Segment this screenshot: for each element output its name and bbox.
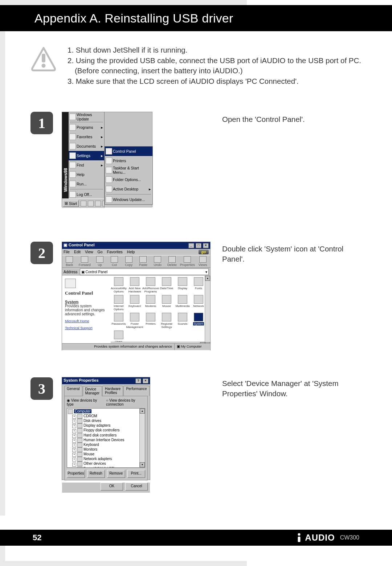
cp-icon-display[interactable]: Display (175, 277, 190, 293)
cp-icon-regional-settings[interactable]: Regional Settings (159, 313, 174, 329)
cp-icon-add-new-hardware[interactable]: Add New Hardware (127, 277, 142, 293)
expand-icon[interactable]: + (72, 463, 76, 467)
submenu-folder-options[interactable]: Folder Options... (105, 175, 152, 184)
menu-view[interactable]: View (85, 250, 93, 254)
scrollbar-vertical[interactable]: ▴ ▾ (139, 409, 145, 467)
tree-node[interactable]: +Monitors (68, 447, 144, 452)
print-button[interactable]: Print... (127, 470, 146, 478)
menu-favorites[interactable]: Favorites (107, 250, 123, 254)
scroll-up-icon[interactable]: ▴ (140, 409, 145, 414)
scroll-up-icon[interactable]: ▴ (205, 276, 210, 281)
radio-view-by-type[interactable]: ◉ View devices by type (67, 398, 98, 406)
tb-cut[interactable]: Cut (109, 256, 120, 267)
tb-copy[interactable]: Copy (123, 256, 134, 267)
tree-node[interactable]: +Floppy disk controllers (68, 428, 144, 433)
start-button[interactable]: ⊞ Start (63, 200, 79, 207)
menu-favorites[interactable]: Favorites▸ (69, 132, 105, 142)
tree-node[interactable]: +Network adapters (68, 457, 144, 462)
menu-documents[interactable]: Documents▸ (69, 142, 105, 151)
expand-icon[interactable]: + (72, 443, 76, 447)
maximize-button[interactable]: □ (196, 243, 201, 248)
tree-node[interactable]: +Disk drives (68, 419, 144, 423)
menu-find[interactable]: Find▸ (69, 160, 105, 170)
menu-go[interactable]: Go (98, 250, 103, 254)
help-button[interactable]: ? (135, 378, 141, 384)
expand-icon[interactable]: + (72, 419, 76, 423)
tray-icon[interactable] (88, 201, 94, 206)
tree-node[interactable]: +Other devices (68, 462, 144, 466)
tab-general[interactable]: General (64, 386, 82, 396)
address-field[interactable]: ▣Control Panel ▾ (80, 268, 209, 275)
link-ms-home[interactable]: Microsoft Home (65, 319, 108, 323)
tree-root[interactable]: Computer (74, 409, 91, 413)
cp-icon-accessibility-options[interactable]: Accessibility Options (111, 277, 126, 293)
tb-forward[interactable]: Forward (79, 256, 91, 267)
cp-icon-modems[interactable]: Modems (143, 295, 158, 311)
tb-paste[interactable]: Paste (138, 256, 148, 267)
cp-icon-add-remove-programs[interactable]: Add/Remove Programs (143, 277, 158, 293)
submenu-control-panel[interactable]: Control Panel (105, 147, 152, 156)
link-tech-support[interactable]: Technical Support (65, 326, 108, 330)
ok-button[interactable]: OK (101, 483, 123, 491)
tree-node[interactable]: +Human Interface Devices (68, 438, 144, 443)
tb-up[interactable]: Up (95, 256, 105, 267)
scrollbar-vertical[interactable]: ▴ ▾ (205, 276, 210, 347)
tray-icon[interactable] (95, 201, 101, 206)
properties-button[interactable]: Properties (67, 470, 85, 478)
expand-icon[interactable]: + (72, 429, 76, 433)
cp-icon-fonts[interactable]: Fonts (191, 277, 206, 293)
tb-views[interactable]: Views (197, 256, 208, 267)
cp-icon-sounds[interactable]: Sounds (175, 313, 190, 329)
tree-node[interactable]: +Display adapters (68, 423, 144, 428)
expand-icon[interactable]: + (72, 453, 76, 457)
tree-node[interactable]: +Mouse (68, 452, 144, 457)
dropdown-icon[interactable]: ▾ (205, 270, 207, 274)
cp-icon-date-time[interactable]: Date/Time (159, 277, 174, 293)
menu-edit[interactable]: Edit (74, 250, 81, 254)
scroll-down-icon[interactable]: ▾ (140, 462, 145, 467)
minimize-button[interactable]: _ (188, 243, 194, 248)
expand-icon[interactable]: + (72, 424, 76, 428)
radio-view-by-connection[interactable]: ○ View devices by connection (106, 398, 145, 406)
close-button[interactable]: × (143, 378, 148, 384)
menu-windows-update[interactable]: Windows Update (69, 112, 105, 122)
expand-icon[interactable]: + (72, 448, 76, 452)
tab-device-manager[interactable]: Device Manager (83, 386, 102, 396)
menu-run[interactable]: Run... (69, 179, 105, 189)
cp-icon-multimedia[interactable]: Multimedia (175, 295, 190, 311)
tree-node[interactable]: +Hard disk controllers (68, 433, 144, 438)
cp-icon-network[interactable]: Network (191, 295, 206, 311)
tb-delete[interactable]: Delete (167, 256, 177, 267)
submenu-windows-update[interactable]: Windows Update... (105, 195, 152, 204)
menu-help[interactable]: Help (127, 250, 135, 254)
refresh-button[interactable]: Refresh (87, 470, 105, 478)
tb-back[interactable]: Back (64, 256, 75, 267)
cp-icon-system[interactable]: System (191, 313, 206, 329)
expand-icon[interactable]: + (72, 439, 76, 443)
expand-icon[interactable]: + (72, 467, 76, 468)
expand-icon[interactable]: + (72, 415, 76, 419)
cp-icon-keyboard[interactable]: Keyboard (127, 295, 142, 311)
tree-node[interactable]: +CDROM (68, 414, 144, 419)
submenu-active-desktop[interactable]: Active Desktop▸ (105, 184, 152, 194)
expand-icon[interactable]: + (72, 434, 76, 438)
device-tree[interactable]: Computer +CDROM+Disk drives+Display adap… (67, 408, 145, 468)
expand-icon[interactable]: + (72, 458, 76, 462)
tab-hardware-profiles[interactable]: Hardware Profiles (102, 386, 123, 396)
tb-undo[interactable]: Undo (152, 256, 163, 267)
tb-properties[interactable]: Properties (181, 256, 193, 267)
menu-programs[interactable]: Programs▸ (69, 123, 105, 132)
close-button[interactable]: × (203, 243, 209, 248)
menu-logoff[interactable]: Log Off... (69, 190, 105, 199)
submenu-taskbar[interactable]: Taskbar & Start Menu... (105, 165, 152, 175)
tab-performance[interactable]: Performance (123, 386, 149, 396)
cp-icon-power-management[interactable]: Power Management (127, 313, 142, 329)
remove-button[interactable]: Remove (107, 470, 125, 478)
cancel-button[interactable]: Cancel (125, 483, 148, 491)
submenu-printers[interactable]: Printers (105, 156, 152, 165)
tree-node[interactable]: +Keyboard (68, 443, 144, 447)
cp-icon-passwords[interactable]: Passwords (111, 313, 126, 329)
cp-icon-printers[interactable]: Printers (143, 313, 158, 329)
cp-icon-mouse[interactable]: Mouse (159, 295, 174, 311)
tray-icon[interactable] (81, 201, 86, 206)
